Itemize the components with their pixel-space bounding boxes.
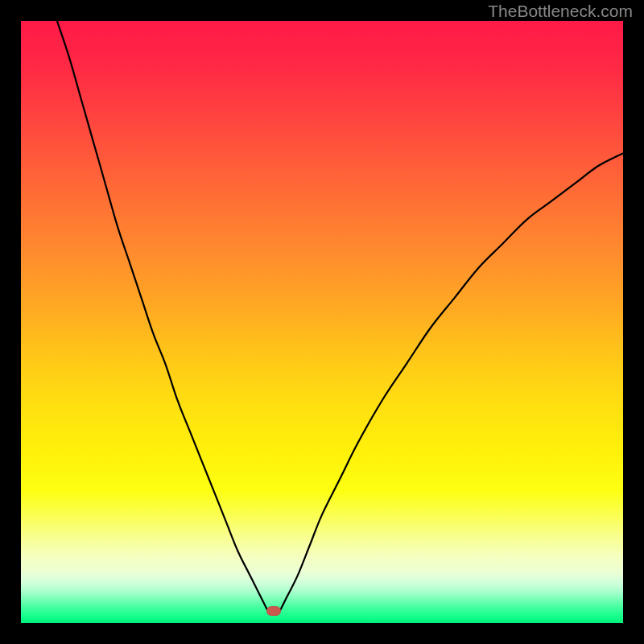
chart-marker: [266, 606, 281, 616]
chart-plot-area: [21, 21, 623, 623]
watermark-text: TheBottleneck.com: [488, 2, 633, 21]
chart-curve-svg: [21, 21, 623, 623]
chart-left-curve: [57, 21, 268, 611]
chart-right-curve: [280, 154, 623, 611]
